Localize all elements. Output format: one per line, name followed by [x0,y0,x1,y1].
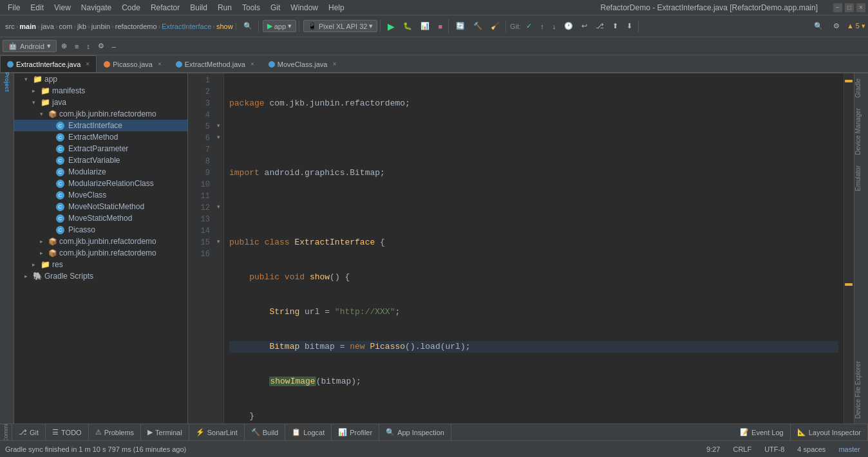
project-settings-button[interactable]: ⚙ [95,40,108,52]
bottom-tab-layoutinspector[interactable]: 📐 Layout Inspector [791,424,868,440]
bottom-tab-git[interactable]: ⎇ Git [12,424,46,440]
tab-close-extractmethod[interactable]: × [250,61,254,68]
breadcrumb-method[interactable]: show [216,23,233,30]
breadcrumb-jkb[interactable]: jkb [77,23,86,30]
tab-extractinterface[interactable]: ExtractInterface.java × [0,55,97,72]
project-hide-button[interactable]: – [109,41,119,52]
tree-item-package-main[interactable]: ▾ 📦 com.jkb.junbin.refactordemo [14,108,187,120]
tab-moveclass[interactable]: MoveClass.java × [261,55,343,72]
tree-item-picasso[interactable]: C Picasso [14,224,187,236]
app-dropdown[interactable]: ▶ app ▾ [263,20,296,32]
menu-run[interactable]: Run [212,3,237,12]
run-button[interactable]: ▶ [384,19,398,33]
fold-showimage-method[interactable]: ▾ [214,201,223,212]
tree-item-modularize[interactable]: C Modularize [14,166,187,178]
bottom-tab-problems[interactable]: ⚠ Problems [89,424,141,440]
search-everywhere-button[interactable]: 🔍 [240,20,256,32]
menu-edit[interactable]: Edit [25,3,49,12]
gradle-panel-label[interactable]: Gradle [854,73,868,103]
tree-item-package2[interactable]: ▸ 📦 com.jkb.junbin.refactordemo [14,236,187,247]
maximize-button[interactable]: □ [845,3,854,12]
line-ending-indicator[interactable]: CRLF [730,445,754,454]
menu-view[interactable]: View [49,3,76,12]
tab-close-moveclass[interactable]: × [332,61,336,68]
fold-class[interactable]: ▾ [214,120,223,131]
tree-item-extractvariable[interactable]: C ExtractVariable [14,154,187,166]
breadcrumb-main[interactable]: main [19,23,36,30]
encoding-indicator[interactable]: UTF-8 [762,445,787,454]
git-push-button[interactable]: ↑ [537,21,547,32]
build-button[interactable]: 🔨 [470,20,486,32]
project-expand-button[interactable]: ↕ [83,41,93,52]
fold-class-end[interactable]: ▾ [214,236,223,247]
bottom-tab-terminal[interactable]: ▶ Terminal [141,424,189,440]
menu-tools[interactable]: Tools [237,3,265,12]
git-branch-button[interactable]: ⎇ [592,20,607,32]
coverage-button[interactable]: 📊 [417,20,433,32]
commit-side-label[interactable]: Commit [0,424,12,440]
line-col-indicator[interactable]: 9:27 [704,445,722,454]
debug-button[interactable]: 🐛 [400,20,415,32]
fold-show-method[interactable]: ▾ [214,131,223,143]
project-list-button[interactable]: ≡ [71,41,82,52]
tree-item-movestaticmethod[interactable]: C MoveStaticMethod [14,212,187,224]
bottom-tab-profiler[interactable]: 📊 Profiler [332,424,379,440]
tree-item-res[interactable]: ▸ 📁 res [14,259,187,270]
close-button[interactable]: × [856,3,865,12]
git-revert-button[interactable]: ↩ [578,20,590,32]
tree-item-extractinterface[interactable]: C ExtractInterface [14,120,187,131]
git-history-button[interactable]: 🕐 [561,20,576,32]
emulator-label[interactable]: Emulator [854,160,868,196]
tree-item-app[interactable]: ▾ 📁 app [14,73,187,85]
git-pull-button[interactable]: ↓ [549,21,560,32]
menu-navigate[interactable]: Navigate [76,3,117,12]
tab-close-picasso[interactable]: × [158,61,162,68]
bottom-tab-eventlog[interactable]: 📝 Event Log [733,424,791,440]
tree-item-gradle-scripts[interactable]: ▸ 🐘 Gradle Scripts [14,270,187,282]
project-add-button[interactable]: ⊕ [58,40,70,52]
menu-window[interactable]: Window [285,3,323,12]
bottom-tab-sonarlint[interactable]: ⚡ SonarLint [189,424,245,440]
git-check-button[interactable]: ✓ [523,20,535,32]
bottom-tab-build[interactable]: 🔨 Build [245,424,285,440]
menu-git[interactable]: Git [265,3,285,12]
sync-button[interactable]: 🔄 [453,20,468,32]
breadcrumb-java[interactable]: java [41,23,54,30]
breadcrumb-refactordemo[interactable]: refactordemo [115,23,157,30]
bottom-tab-appinspection[interactable]: 🔍 App Inspection [379,424,451,440]
tab-close-extractinterface[interactable]: × [86,61,90,68]
device-dropdown[interactable]: 📱 Pixel XL API 32 ▾ [303,20,377,32]
menu-refactor[interactable]: Refactor [146,3,185,12]
tree-item-package3[interactable]: ▸ 📦 com.jkb.junbin.refactordemo [14,247,187,259]
device-file-explorer-label[interactable]: Device File Explorer [854,356,868,424]
menu-help[interactable]: Help [323,3,350,12]
minimize-button[interactable]: − [833,3,842,12]
indent-indicator[interactable]: 4 spaces [795,445,828,454]
tree-item-moveclass[interactable]: C MoveClass [14,189,187,201]
tree-item-extractparameter[interactable]: C ExtractParameter [14,143,187,154]
breadcrumb-com[interactable]: com [59,23,73,30]
code-editor[interactable]: 1 2 3 4 5 6 7 8 9 10 11 12 13 14 15 16 [188,73,854,424]
clean-button[interactable]: 🧹 [487,20,503,32]
android-dropdown[interactable]: 🤖 Android ▾ [3,40,57,52]
device-manager-label[interactable]: Device Manager [854,103,868,160]
git-fetch-button[interactable]: ⬇ [623,20,636,32]
tree-item-extractmethod[interactable]: C ExtractMethod [14,131,187,143]
tab-extractmethod[interactable]: ExtractMethod.java × [169,55,261,72]
breadcrumb-src[interactable]: src [5,23,15,30]
menu-code[interactable]: Code [117,3,146,12]
bottom-tab-logcat[interactable]: 📋 Logcat [285,424,332,440]
code-content[interactable]: package com.jkb.junbin.refactordemo; imp… [224,73,844,424]
menu-file[interactable]: File [3,3,25,12]
project-icon[interactable]: Project [1,76,13,88]
bottom-tab-todo[interactable]: ☰ TODO [46,424,89,440]
menu-build[interactable]: Build [185,3,212,12]
tree-item-modularizerelation[interactable]: C ModularizeRelationClass [14,178,187,189]
breadcrumb-file[interactable]: ExtractInterface [162,23,211,30]
code-scrollbar[interactable] [844,73,854,424]
tree-item-java[interactable]: ▾ 📁 java [14,97,187,108]
breadcrumb-junbin[interactable]: junbin [91,23,110,30]
branch-indicator[interactable]: master [836,445,863,454]
git-push2-button[interactable]: ⬆ [609,20,621,32]
tab-picasso[interactable]: Picasso.java × [97,55,169,72]
